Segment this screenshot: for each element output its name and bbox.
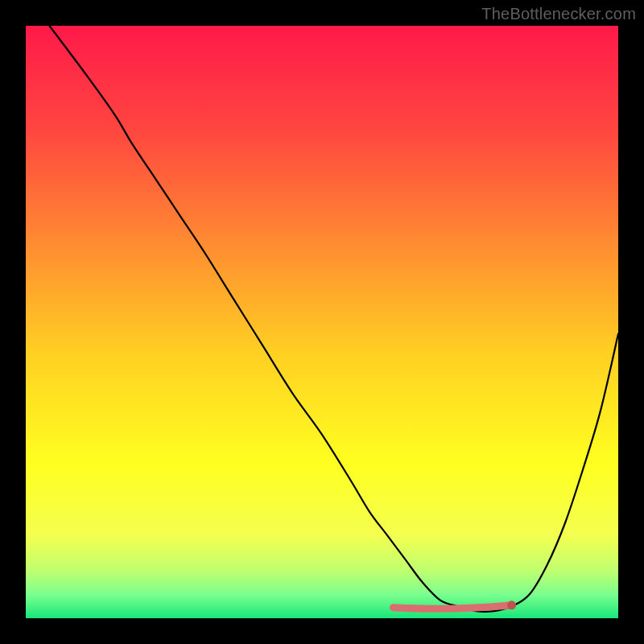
curve-layer (26, 26, 618, 618)
bottleneck-curve (49, 26, 618, 612)
plot-area (26, 26, 618, 618)
chart-frame: TheBottlenecker.com (0, 0, 644, 644)
attribution-label: TheBottlenecker.com (481, 5, 636, 23)
optimum-band (393, 605, 511, 609)
optimum-dot (507, 601, 516, 609)
